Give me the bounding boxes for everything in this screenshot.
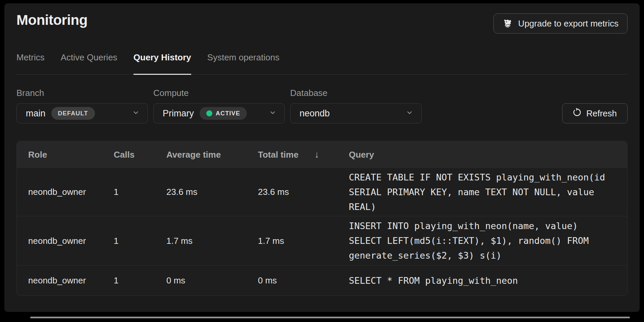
refresh-button-label: Refresh — [586, 108, 617, 119]
filter-bar: Branch main DEFAULT Compute Primary ACTI… — [16, 88, 628, 123]
database-label: Database — [290, 88, 422, 98]
total-time-header-label: Total time — [258, 150, 299, 160]
monitoring-tabs: Metrics Active Queries Query History Sys… — [16, 53, 628, 74]
cell-query-sql: SELECT * FROM playing_with_neon — [349, 273, 610, 288]
branch-filter-group: Branch main DEFAULT — [16, 88, 148, 123]
cell-total-time: 0 ms — [258, 275, 349, 286]
query-history-table: Role Calls Average time Total time ↓ Que… — [16, 141, 628, 296]
database-select[interactable]: neondb — [290, 103, 422, 123]
database-select-value: neondb — [300, 108, 330, 119]
compute-select[interactable]: Primary ACTIVE — [153, 103, 285, 123]
refresh-icon — [573, 108, 582, 119]
chevron-down-icon — [406, 109, 413, 118]
column-header-total-time[interactable]: Total time ↓ — [258, 149, 349, 160]
window-bottom-edge-highlight — [30, 317, 630, 318]
active-badge: ACTIVE — [200, 107, 247, 120]
tab-system-operations[interactable]: System operations — [207, 53, 279, 75]
tab-active-queries[interactable]: Active Queries — [61, 53, 117, 75]
table-row: neondb_owner 1 23.6 ms 23.6 ms CREATE TA… — [17, 168, 627, 216]
datadog-dog-icon — [502, 18, 513, 29]
column-header-role[interactable]: Role — [28, 150, 114, 160]
table-header-row: Role Calls Average time Total time ↓ Que… — [17, 141, 627, 168]
app-window: Monitoring Upgrade to export metrics Met… — [0, 0, 644, 322]
active-badge-label: ACTIVE — [216, 110, 240, 117]
cell-calls: 1 — [114, 236, 166, 246]
cell-role: neondb_owner — [28, 236, 114, 246]
column-header-calls[interactable]: Calls — [114, 150, 166, 160]
cell-calls: 1 — [114, 275, 166, 286]
tab-metrics[interactable]: Metrics — [16, 53, 45, 75]
cell-average-time: 23.6 ms — [166, 187, 258, 197]
column-header-average-time[interactable]: Average time — [166, 150, 258, 160]
upgrade-to-export-metrics-button[interactable]: Upgrade to export metrics — [493, 13, 628, 34]
cell-total-time: 23.6 ms — [258, 187, 349, 197]
cell-query-sql: CREATE TABLE IF NOT EXISTS playing_with_… — [349, 170, 610, 214]
tab-query-history[interactable]: Query History — [133, 53, 191, 75]
sort-desc-icon[interactable]: ↓ — [315, 149, 319, 160]
chevron-down-icon — [269, 109, 276, 118]
cell-role: neondb_owner — [28, 275, 114, 286]
upgrade-button-label: Upgrade to export metrics — [518, 18, 619, 29]
cell-calls: 1 — [114, 187, 166, 197]
cell-average-time: 1.7 ms — [166, 236, 258, 246]
branch-select[interactable]: main DEFAULT — [16, 103, 148, 123]
default-badge: DEFAULT — [51, 107, 95, 120]
refresh-button[interactable]: Refresh — [562, 103, 628, 123]
cell-average-time: 0 ms — [166, 275, 258, 286]
chevron-down-icon — [132, 109, 140, 118]
cell-query-sql: INSERT INTO playing_with_neon(name, valu… — [349, 219, 610, 263]
branch-select-value: main — [26, 108, 46, 119]
database-filter-group: Database neondb — [290, 88, 422, 123]
compute-filter-group: Compute Primary ACTIVE — [153, 88, 285, 123]
table-row: neondb_owner 1 0 ms 0 ms SELECT * FROM p… — [17, 265, 627, 296]
cell-role: neondb_owner — [28, 187, 114, 197]
branch-label: Branch — [16, 88, 148, 98]
active-status-dot — [206, 110, 212, 116]
column-header-query[interactable]: Query — [349, 150, 617, 160]
table-row: neondb_owner 1 1.7 ms 1.7 ms INSERT INTO… — [17, 216, 627, 265]
cell-total-time: 1.7 ms — [258, 236, 349, 246]
compute-label: Compute — [153, 88, 285, 98]
monitoring-page: Monitoring Upgrade to export metrics Met… — [4, 3, 640, 312]
compute-select-value: Primary — [163, 108, 194, 119]
